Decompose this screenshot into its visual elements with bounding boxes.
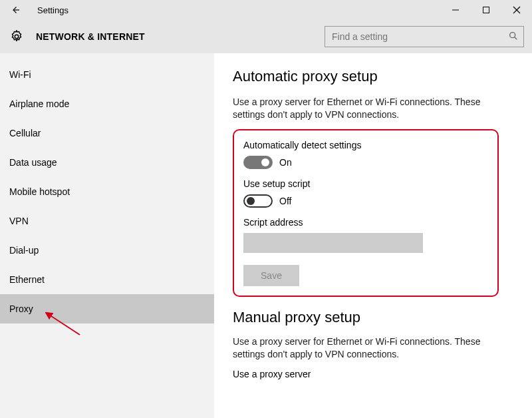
auto-detect-toggle[interactable] bbox=[243, 156, 273, 169]
use-proxy-label: Use a proxy server bbox=[233, 369, 516, 379]
sidebar-item-airplane[interactable]: Airplane mode bbox=[0, 89, 214, 118]
setup-script-toggle[interactable] bbox=[243, 194, 273, 208]
sidebar-item-label: Wi-Fi bbox=[9, 69, 31, 80]
section-desc-manual: Use a proxy server for Ethernet or Wi-Fi… bbox=[233, 335, 499, 361]
maximize-button[interactable] bbox=[471, 0, 501, 20]
sidebar-item-vpn[interactable]: VPN bbox=[0, 206, 214, 236]
header: NETWORK & INTERNET bbox=[0, 20, 532, 53]
toggle-knob-icon bbox=[261, 158, 269, 166]
auto-detect-label: Automatically detect settings bbox=[243, 140, 488, 150]
section-title-auto: Automatic proxy setup bbox=[233, 68, 516, 85]
sidebar-item-dialup[interactable]: Dial-up bbox=[0, 236, 214, 265]
minimize-icon bbox=[452, 6, 460, 14]
minimize-button[interactable] bbox=[440, 0, 471, 20]
sidebar-item-label: Data usage bbox=[9, 157, 57, 168]
sidebar-item-data-usage[interactable]: Data usage bbox=[0, 148, 214, 177]
toggle-knob-icon bbox=[247, 197, 255, 205]
sidebar-item-wifi[interactable]: Wi-Fi bbox=[0, 60, 214, 89]
sidebar-item-ethernet[interactable]: Ethernet bbox=[0, 265, 214, 294]
script-address-input[interactable] bbox=[243, 233, 423, 253]
sidebar-item-label: Cellular bbox=[9, 128, 41, 138]
section-desc-auto: Use a proxy server for Ethernet or Wi-Fi… bbox=[233, 96, 499, 121]
sidebar-item-label: Airplane mode bbox=[9, 99, 69, 109]
svg-rect-1 bbox=[483, 7, 489, 13]
sidebar-item-label: Ethernet bbox=[9, 274, 45, 285]
close-icon bbox=[513, 6, 521, 14]
setup-script-label: Use setup script bbox=[243, 178, 488, 189]
search-input[interactable] bbox=[325, 26, 524, 47]
section-title-manual: Manual proxy setup bbox=[233, 309, 516, 326]
sidebar-item-cellular[interactable]: Cellular bbox=[0, 118, 214, 148]
script-address-label: Script address bbox=[243, 217, 488, 228]
back-button[interactable] bbox=[5, 0, 25, 20]
sidebar-item-label: Mobile hotspot bbox=[9, 186, 70, 197]
titlebar: Settings bbox=[0, 0, 532, 20]
auto-detect-state: On bbox=[279, 157, 292, 168]
back-arrow-icon bbox=[9, 4, 21, 16]
sidebar-item-label: Dial-up bbox=[9, 245, 39, 256]
setup-script-state: Off bbox=[279, 196, 291, 206]
sidebar-item-proxy[interactable]: Proxy bbox=[0, 294, 214, 323]
auto-proxy-group: Automatically detect settings On Use set… bbox=[233, 129, 499, 297]
maximize-icon bbox=[482, 6, 490, 14]
window-title: Settings bbox=[37, 5, 68, 15]
gear-icon bbox=[8, 28, 25, 45]
main-panel: Automatic proxy setup Use a proxy server… bbox=[214, 53, 532, 418]
sidebar: Wi-Fi Airplane mode Cellular Data usage … bbox=[0, 53, 214, 418]
sidebar-item-label: VPN bbox=[9, 216, 29, 226]
save-button[interactable]: Save bbox=[243, 265, 299, 286]
sidebar-item-hotspot[interactable]: Mobile hotspot bbox=[0, 177, 214, 206]
close-button[interactable] bbox=[501, 0, 532, 20]
breadcrumb: NETWORK & INTERNET bbox=[36, 31, 145, 42]
svg-point-4 bbox=[15, 35, 19, 39]
sidebar-item-label: Proxy bbox=[9, 304, 33, 314]
